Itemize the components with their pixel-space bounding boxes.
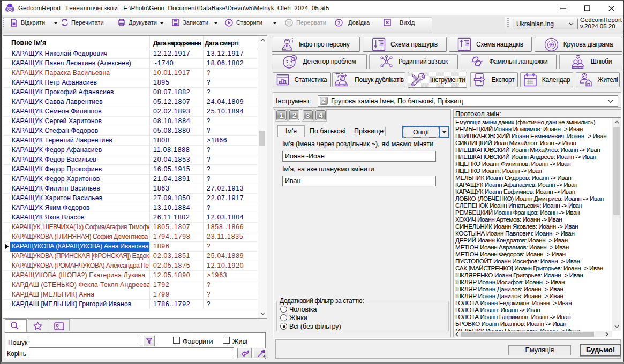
svg-text:?: ?: [292, 55, 295, 60]
svg-text:?: ?: [337, 20, 341, 26]
